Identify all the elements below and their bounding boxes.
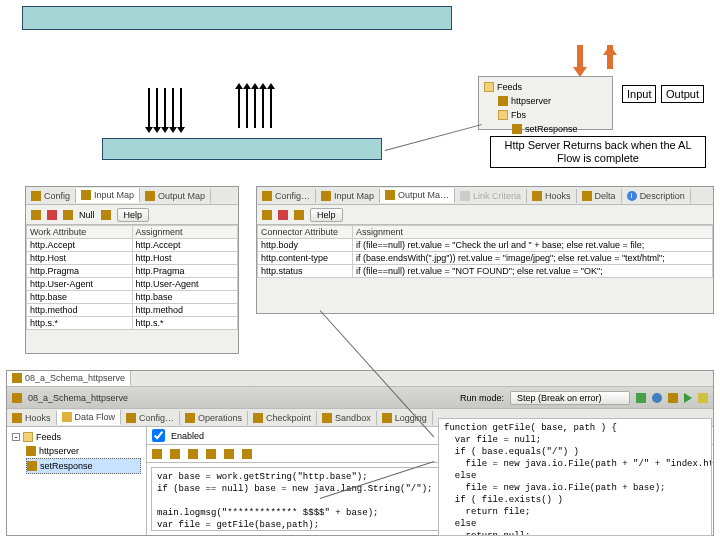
del-icon[interactable] (47, 210, 57, 220)
folder-icon (484, 82, 494, 92)
map-icon (385, 190, 395, 200)
editor-nav: -Feeds httpserver setResponse (7, 427, 147, 535)
editor-title: 08_a_Schema_httpserve (28, 393, 128, 403)
nav-item-setresponse[interactable]: setResponse (26, 458, 141, 474)
hook-icon (532, 191, 542, 201)
tool-icon[interactable] (224, 449, 234, 459)
tab-logging[interactable]: Logging (377, 411, 433, 425)
tab-input-map[interactable]: Input Map (316, 189, 380, 203)
play-icon[interactable] (684, 393, 692, 403)
nav-item-httpserver[interactable]: httpserver (26, 444, 141, 458)
editor-titletab-row: 08_a_Schema_httpserve (7, 371, 713, 387)
map-icon (321, 191, 331, 201)
box-icon (322, 413, 332, 423)
tab-config[interactable]: Config… (257, 189, 316, 203)
enabled-checkbox[interactable] (152, 429, 165, 442)
link-icon (460, 191, 470, 201)
map-icon (81, 190, 91, 200)
right-table: Connector AttributeAssignment http.bodyi… (257, 225, 713, 278)
runmode-label: Run mode: (460, 393, 504, 403)
tab-hooks[interactable]: Hooks (527, 189, 577, 203)
del-icon[interactable] (278, 210, 288, 220)
editor-titlebar: 08_a_Schema_httpserve Run mode: Step (Br… (7, 387, 713, 409)
gear-icon (31, 191, 41, 201)
help-button[interactable]: Help (117, 208, 150, 222)
item-icon (27, 461, 37, 471)
chk-icon (253, 413, 263, 423)
input-label: Input (622, 85, 656, 103)
flow-icon (62, 412, 72, 422)
editor-title-tab[interactable]: 08_a_Schema_httpserve (7, 371, 131, 386)
tool-icon[interactable] (152, 449, 162, 459)
item-icon (26, 446, 36, 456)
tab-link-criteria[interactable]: Link Criteria (455, 189, 527, 203)
tool-icon[interactable] (188, 449, 198, 459)
info-icon: i (627, 191, 637, 201)
doc-icon (12, 373, 22, 383)
tab-output-map[interactable]: Output Ma… (380, 188, 455, 203)
stop-icon[interactable] (698, 393, 708, 403)
tool-icon[interactable] (206, 449, 216, 459)
left-panel: Config Input Map Output Map Null Help Wo… (25, 186, 239, 354)
item-icon (512, 124, 522, 134)
top-bar (22, 6, 452, 30)
null-label: Null (79, 210, 95, 220)
output-label: Output (661, 85, 704, 103)
tab-delta[interactable]: Delta (577, 189, 622, 203)
left-toolbar: Null Help (26, 205, 238, 225)
tab-config[interactable]: Config (26, 189, 76, 203)
hook-icon (12, 413, 22, 423)
add-icon[interactable] (31, 210, 41, 220)
delta-icon (582, 191, 592, 201)
doc-icon (12, 393, 22, 403)
tab-output-map[interactable]: Output Map (140, 189, 211, 203)
folder-icon (23, 432, 33, 442)
enabled-label: Enabled (171, 431, 204, 441)
right-toolbar: Help (257, 205, 713, 225)
tab-config[interactable]: Config… (121, 411, 180, 425)
left-tabrow: Config Input Map Output Map (26, 187, 238, 205)
gear-icon (262, 191, 272, 201)
map-icon (145, 191, 155, 201)
function-code: function getFile( base, path ) { var fil… (438, 418, 712, 536)
null-icon (63, 210, 73, 220)
runmode-select[interactable]: Step (Break on error) (510, 391, 630, 405)
refresh-icon[interactable] (101, 210, 111, 220)
http-caption: Http Server Returns back when the AL Flo… (490, 136, 706, 168)
log-icon (382, 413, 392, 423)
add-icon[interactable] (262, 210, 272, 220)
ops-icon (185, 413, 195, 423)
run-icon[interactable] (636, 393, 646, 403)
tab-sandbox[interactable]: Sandbox (317, 411, 377, 425)
callout-line-top (385, 124, 482, 151)
tab-checkpoint[interactable]: Checkpoint (248, 411, 317, 425)
folder-icon (498, 110, 508, 120)
mid-bar (102, 138, 382, 160)
tab-data-flow[interactable]: Data Flow (57, 410, 122, 425)
tab-input-map[interactable]: Input Map (76, 188, 140, 203)
right-tabrow: Config… Input Map Output Ma… Link Criter… (257, 187, 713, 205)
right-panel: Config… Input Map Output Ma… Link Criter… (256, 186, 714, 314)
help-button[interactable]: Help (310, 208, 343, 222)
left-table: Work AttributeAssignment http.Accepthttp… (26, 225, 238, 330)
feeds-mini-tree: Feeds httpserver Fbs setResponse (478, 76, 613, 130)
tab-hooks[interactable]: Hooks (7, 411, 57, 425)
debug-icon[interactable] (652, 393, 662, 403)
big-arrow-up (605, 45, 615, 77)
tool-icon[interactable] (242, 449, 252, 459)
gear-icon (126, 413, 136, 423)
tab-operations[interactable]: Operations (180, 411, 248, 425)
refresh-icon[interactable] (294, 210, 304, 220)
big-arrow-down (575, 45, 585, 77)
tab-description[interactable]: iDescription (622, 189, 691, 203)
lower-code[interactable]: var base = work.getString("http.base"); … (151, 467, 451, 531)
tool-icon[interactable] (170, 449, 180, 459)
item-icon (498, 96, 508, 106)
step-icon[interactable] (668, 393, 678, 403)
